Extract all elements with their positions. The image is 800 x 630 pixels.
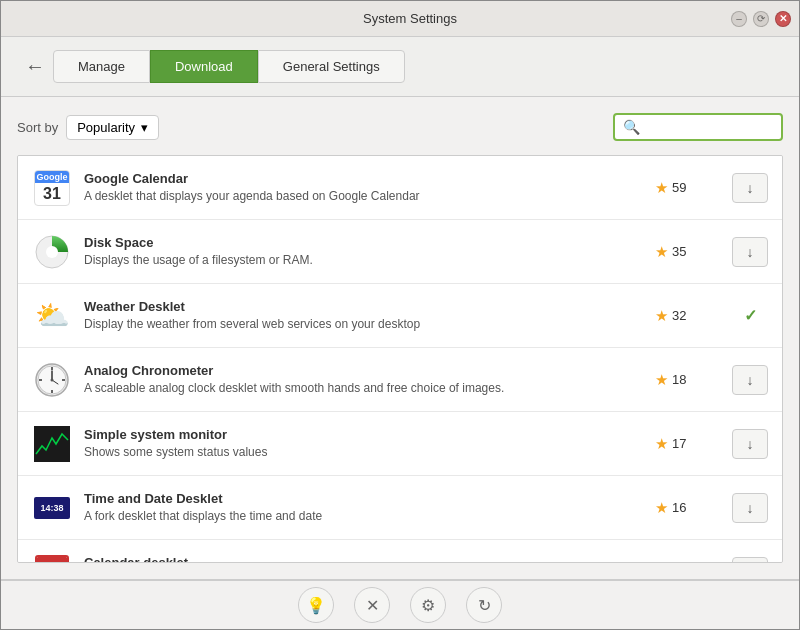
desklet-list: Google 31 Google Calendar A desklet that… — [17, 155, 783, 563]
rating-count: 16 — [672, 500, 686, 515]
installed-checkmark: ✓ — [732, 301, 768, 331]
item-info: Google Calendar A desklet that displays … — [84, 171, 643, 205]
restore-button[interactable]: ⟳ — [753, 11, 769, 27]
star-icon: ★ — [655, 435, 668, 453]
item-icon-timedate: 14:38 — [32, 488, 72, 528]
item-desc: A fork desklet that displays the time an… — [84, 508, 643, 525]
rating-count: 17 — [672, 436, 686, 451]
download-button[interactable]: ↓ — [732, 173, 768, 203]
item-name: Time and Date Desklet — [84, 491, 643, 506]
sort-by-label: Sort by — [17, 120, 58, 135]
item-info: Simple system monitor Shows some system … — [84, 427, 643, 461]
window-title: System Settings — [89, 11, 731, 26]
item-name: Simple system monitor — [84, 427, 643, 442]
tab-download[interactable]: Download — [150, 50, 258, 83]
item-info: Disk Space Displays the usage of a files… — [84, 235, 643, 269]
item-desc: Shows some system status values — [84, 444, 643, 461]
settings-button[interactable]: ⚙ — [410, 587, 446, 623]
close-button[interactable]: ✕ — [775, 11, 791, 27]
item-name: Weather Desklet — [84, 299, 643, 314]
list-item: ⛅ Weather Desklet Display the weather fr… — [18, 284, 782, 348]
item-info: Analog Chronometer A scaleable analog cl… — [84, 363, 643, 397]
item-desc: A desklet that displays your agenda base… — [84, 188, 643, 205]
back-button[interactable]: ← — [17, 51, 53, 82]
star-icon: ★ — [655, 371, 668, 389]
item-name: Calendar desklet — [84, 555, 643, 563]
tab-general-settings[interactable]: General Settings — [258, 50, 405, 83]
minimize-button[interactable]: – — [731, 11, 747, 27]
refresh-button[interactable]: ↻ — [466, 587, 502, 623]
content-area: Sort by Popularity ▾ 🔍 Google 31 — [1, 97, 799, 579]
svg-rect-11 — [34, 426, 70, 462]
item-desc: Display the weather from several web ser… — [84, 316, 643, 333]
list-item: 14:38 Time and Date Desklet A fork deskl… — [18, 476, 782, 540]
list-item: Simple system monitor Shows some system … — [18, 412, 782, 476]
search-box: 🔍 — [613, 113, 783, 141]
sort-arrow-icon: ▾ — [141, 120, 148, 135]
titlebar: System Settings – ⟳ ✕ — [1, 1, 799, 37]
download-button[interactable]: ↓ — [732, 493, 768, 523]
svg-point-10 — [51, 378, 54, 381]
item-desc: A scaleable analog clock desklet with sm… — [84, 380, 643, 397]
star-icon: ★ — [655, 307, 668, 325]
download-button[interactable]: ↓ — [732, 237, 768, 267]
search-icon: 🔍 — [623, 119, 640, 135]
item-rating: ★ 17 — [655, 435, 720, 453]
sort-select[interactable]: Popularity ▾ — [66, 115, 159, 140]
item-icon-clock — [32, 360, 72, 400]
sort-value: Popularity — [77, 120, 135, 135]
item-info: Calendar desklet Configurable Calendar d… — [84, 555, 643, 563]
list-item: 31 Calendar desklet Configurable Calenda… — [18, 540, 782, 563]
download-button[interactable]: ↓ — [732, 365, 768, 395]
item-rating: ★ 59 — [655, 179, 720, 197]
filter-bar: Sort by Popularity ▾ 🔍 — [17, 113, 783, 141]
item-rating: ★ 16 — [655, 499, 720, 517]
star-icon: ★ — [655, 563, 668, 564]
tab-bar: Manage Download General Settings — [53, 50, 405, 83]
item-name: Google Calendar — [84, 171, 643, 186]
item-info: Time and Date Desklet A fork desklet tha… — [84, 491, 643, 525]
svg-point-1 — [46, 246, 58, 258]
rating-count: 35 — [672, 244, 686, 259]
remove-button[interactable]: ✕ — [354, 587, 390, 623]
item-icon-calendar-desk: 31 — [32, 552, 72, 564]
list-item: Google 31 Google Calendar A desklet that… — [18, 156, 782, 220]
bottom-toolbar: 💡 ✕ ⚙ ↻ — [1, 579, 799, 629]
star-icon: ★ — [655, 499, 668, 517]
item-rating: ★ 15 — [655, 563, 720, 564]
item-rating: ★ 32 — [655, 307, 720, 325]
star-icon: ★ — [655, 243, 668, 261]
star-icon: ★ — [655, 179, 668, 197]
window-controls: – ⟳ ✕ — [731, 11, 791, 27]
item-rating: ★ 35 — [655, 243, 720, 261]
item-name: Disk Space — [84, 235, 643, 250]
item-info: Weather Desklet Display the weather from… — [84, 299, 643, 333]
item-icon-weather: ⛅ — [32, 296, 72, 336]
item-desc: Displays the usage of a filesystem or RA… — [84, 252, 643, 269]
tab-manage[interactable]: Manage — [53, 50, 150, 83]
info-button[interactable]: 💡 — [298, 587, 334, 623]
rating-count: 59 — [672, 180, 686, 195]
main-window: System Settings – ⟳ ✕ ← Manage Download … — [0, 0, 800, 630]
download-button[interactable]: ↓ — [732, 429, 768, 459]
item-rating: ★ 18 — [655, 371, 720, 389]
rating-count: 18 — [672, 372, 686, 387]
item-icon-disk-space — [32, 232, 72, 272]
toolbar: ← Manage Download General Settings — [1, 37, 799, 97]
item-icon-google-calendar: Google 31 — [32, 168, 72, 208]
list-item: Analog Chronometer A scaleable analog cl… — [18, 348, 782, 412]
item-icon-sysmon — [32, 424, 72, 464]
rating-count: 32 — [672, 308, 686, 323]
list-item: Disk Space Displays the usage of a files… — [18, 220, 782, 284]
item-name: Analog Chronometer — [84, 363, 643, 378]
download-button[interactable]: ↓ — [732, 557, 768, 564]
search-input[interactable] — [644, 120, 773, 135]
